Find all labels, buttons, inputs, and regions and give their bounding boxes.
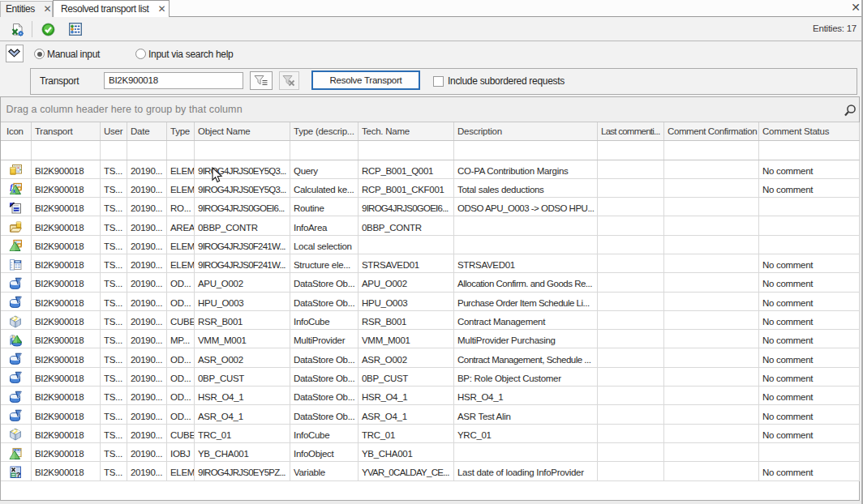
svg-text:x: x bbox=[12, 188, 16, 195]
svg-text:?: ? bbox=[16, 470, 21, 479]
